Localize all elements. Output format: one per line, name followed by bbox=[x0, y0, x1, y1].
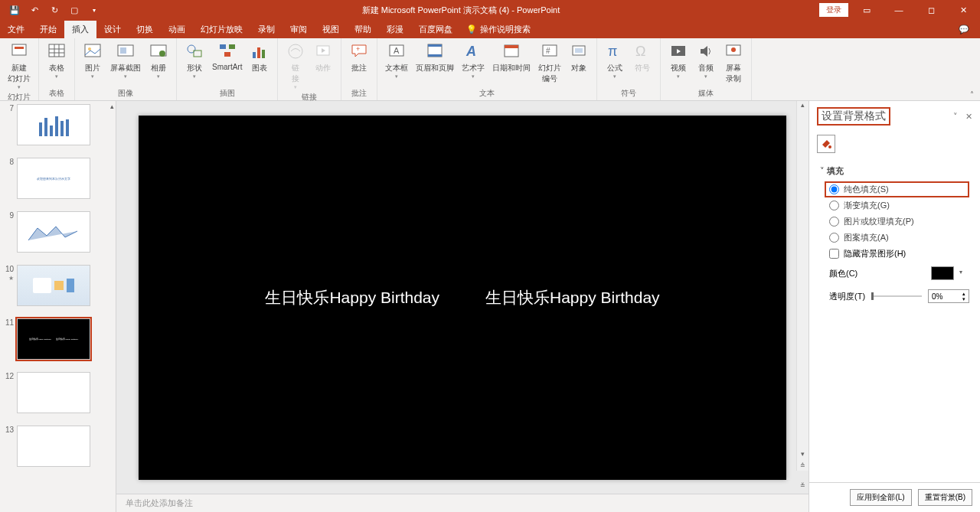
pane-close-icon[interactable]: ✕ bbox=[965, 112, 972, 122]
login-button[interactable]: 登录 bbox=[819, 3, 848, 17]
menu-审阅[interactable]: 审阅 bbox=[283, 21, 315, 38]
thumb-scroll-up-icon[interactable]: ▴ bbox=[110, 103, 114, 110]
menu-帮助[interactable]: 帮助 bbox=[347, 21, 379, 38]
next-slide-icon[interactable]: ≚ bbox=[797, 482, 808, 502]
thumb-slide-10[interactable] bbox=[17, 265, 90, 306]
ribbon-new-slide-button[interactable]: 新建幻灯片▾ bbox=[5, 40, 34, 92]
scroll-up-icon[interactable]: ▴ bbox=[797, 101, 808, 113]
ribbon-comment-button[interactable]: +批注 bbox=[346, 40, 372, 75]
ribbon-object-button[interactable]: 对象 bbox=[566, 40, 592, 75]
prev-slide-icon[interactable]: ≙ bbox=[797, 462, 808, 482]
menu-彩漫[interactable]: 彩漫 bbox=[379, 21, 411, 38]
undo-icon[interactable]: ↶ bbox=[26, 2, 43, 18]
pane-options-icon[interactable]: ˅ bbox=[953, 112, 958, 122]
ribbon-audio-button[interactable]: 音频▾ bbox=[693, 40, 719, 81]
ribbon-datetime-button[interactable]: 日期和时间 bbox=[489, 40, 534, 75]
radio-input[interactable] bbox=[829, 201, 839, 210]
ribbon-slidenum-button[interactable]: #幻灯片编号 bbox=[535, 40, 564, 86]
thumb-row[interactable]: 9 bbox=[0, 208, 116, 262]
menu-开始[interactable]: 开始 bbox=[32, 21, 64, 38]
ribbon-screenrec-button[interactable]: 屏幕录制 bbox=[720, 40, 746, 86]
menu-录制[interactable]: 录制 bbox=[250, 21, 283, 38]
thumb-row[interactable]: 8 欢迎您来到本次演示文字 bbox=[0, 155, 116, 208]
menu-动画[interactable]: 动画 bbox=[161, 21, 193, 38]
notes-pane[interactable]: 单击此处添加备注 bbox=[116, 494, 808, 512]
qat-more-icon[interactable]: ▾ bbox=[86, 2, 103, 18]
ribbon-button-label: 批注 bbox=[351, 63, 367, 73]
menu-切换[interactable]: 切换 bbox=[129, 21, 161, 38]
slide-canvas[interactable]: 生日快乐Happy Birthday 生日快乐Happy Birthday bbox=[139, 116, 786, 480]
thumb-row[interactable]: 11 生日快乐Happy Birthday 生日快乐Happy Birthday bbox=[0, 315, 116, 369]
thumb-slide-8[interactable]: 欢迎您来到本次演示文字 bbox=[17, 158, 90, 199]
thumb-row[interactable]: 12 bbox=[0, 369, 116, 422]
slide-text-2[interactable]: 生日快乐Happy Birthday bbox=[485, 287, 660, 308]
save-icon[interactable]: 💾 bbox=[6, 2, 23, 18]
slide-text-1[interactable]: 生日快乐Happy Birthday bbox=[265, 287, 439, 308]
collapse-ribbon-icon[interactable]: ˄ bbox=[970, 90, 974, 99]
ribbon-album-button[interactable]: 相册▾ bbox=[145, 40, 172, 81]
thumb-slide-11[interactable]: 生日快乐Happy Birthday 生日快乐Happy Birthday bbox=[17, 318, 90, 360]
ribbon-table-button[interactable]: 表格▾ bbox=[44, 40, 70, 81]
thumb-slide-9[interactable] bbox=[17, 211, 90, 253]
thumb-number: 13 bbox=[3, 426, 17, 434]
menu-文件[interactable]: 文件 bbox=[0, 21, 32, 38]
thumb-row[interactable]: 10★ bbox=[0, 262, 116, 315]
album-icon bbox=[149, 41, 168, 61]
thumb-row[interactable]: 13 bbox=[0, 422, 116, 476]
menu-设计[interactable]: 设计 bbox=[96, 21, 129, 38]
radio-input[interactable] bbox=[829, 217, 839, 227]
spinner-arrows-icon[interactable]: ▴▾ bbox=[962, 291, 965, 302]
color-picker-button[interactable] bbox=[931, 266, 954, 280]
dropdown-arrow-icon: ▾ bbox=[193, 73, 196, 80]
minimize-icon[interactable]: — bbox=[885, 0, 913, 20]
fill-section-header[interactable]: ˅ 填充 bbox=[820, 161, 969, 181]
menu-幻灯片放映[interactable]: 幻灯片放映 bbox=[193, 21, 250, 38]
thumb-slide-7[interactable] bbox=[17, 104, 90, 145]
ribbon-button-label: 形状 bbox=[187, 63, 202, 73]
transparency-slider[interactable] bbox=[871, 295, 922, 297]
thumb-slide-13[interactable] bbox=[17, 426, 90, 467]
reset-background-button[interactable]: 重置背景(B) bbox=[918, 489, 972, 506]
ribbon-button-label: 文本框 bbox=[385, 63, 408, 73]
radio-input[interactable] bbox=[829, 233, 839, 243]
quick-access-toolbar: 💾 ↶ ↻ ▢ ▾ bbox=[0, 2, 103, 18]
menu-插入[interactable]: 插入 bbox=[64, 21, 96, 38]
pattern-fill-radio[interactable]: 图案填充(A) bbox=[829, 230, 969, 246]
gradient-fill-radio[interactable]: 渐变填充(G) bbox=[829, 197, 969, 214]
apply-to-all-button[interactable]: 应用到全部(L) bbox=[850, 489, 911, 506]
hide-bg-graphics-checkbox[interactable]: 隐藏背景图形(H) bbox=[820, 246, 969, 262]
scroll-down-icon[interactable]: ▾ bbox=[797, 450, 808, 462]
close-icon[interactable]: ✕ bbox=[949, 0, 977, 20]
ribbon-equation-button[interactable]: π公式▾ bbox=[602, 40, 628, 81]
vertical-scrollbar[interactable]: ▴ ▾ ≙ ≚ bbox=[796, 101, 808, 471]
menu-百度网盘[interactable]: 百度网盘 bbox=[411, 21, 460, 38]
checkbox-input[interactable] bbox=[829, 249, 839, 259]
fill-tab-icon[interactable] bbox=[817, 135, 835, 153]
thumb-row[interactable]: 7 bbox=[0, 101, 116, 155]
thumb-slide-12[interactable] bbox=[17, 372, 90, 413]
thumb-text: 欢迎您来到本次演示文字 bbox=[37, 177, 70, 181]
ribbon-screenshot-button[interactable]: 屏幕截图▾ bbox=[107, 40, 144, 81]
ribbon-chart-button[interactable]: 图表 bbox=[247, 40, 273, 75]
ribbon-display-icon[interactable]: ▭ bbox=[853, 0, 880, 20]
ribbon-textbox-button[interactable]: A文本框▾ bbox=[382, 40, 411, 81]
ribbon-smartart-button[interactable]: SmartArt bbox=[209, 40, 245, 73]
ribbon-wordart-button[interactable]: A艺术字▾ bbox=[459, 40, 488, 81]
menu-视图[interactable]: 视图 bbox=[315, 21, 347, 38]
maximize-icon[interactable]: ◻ bbox=[917, 0, 945, 20]
picture-fill-radio[interactable]: 图片或纹理填充(P) bbox=[829, 214, 969, 230]
thumb-number: 11 bbox=[3, 318, 17, 327]
solid-fill-radio[interactable]: 纯色填充(S) bbox=[825, 181, 969, 197]
radio-input[interactable] bbox=[829, 184, 839, 194]
ribbon-shapes-button[interactable]: 形状▾ bbox=[181, 40, 207, 81]
link-icon bbox=[286, 41, 305, 61]
ribbon-picture-button[interactable]: 图片▾ bbox=[80, 40, 106, 81]
comments-toggle-icon[interactable]: 💬 bbox=[959, 24, 980, 34]
slideshow-icon[interactable]: ▢ bbox=[66, 2, 83, 18]
slide-thumbnail-panel[interactable]: ▴ 7 8 欢迎您来到本次演示文字 9 10★ bbox=[0, 101, 116, 512]
redo-icon[interactable]: ↻ bbox=[46, 2, 63, 18]
transparency-spinner[interactable]: 0% ▴▾ bbox=[928, 289, 969, 303]
ribbon-video-button[interactable]: 视频▾ bbox=[665, 40, 691, 81]
ribbon-headerfooter-button[interactable]: 页眉和页脚 bbox=[413, 40, 457, 75]
tell-me-search[interactable]: 💡 操作说明搜索 bbox=[466, 24, 531, 35]
